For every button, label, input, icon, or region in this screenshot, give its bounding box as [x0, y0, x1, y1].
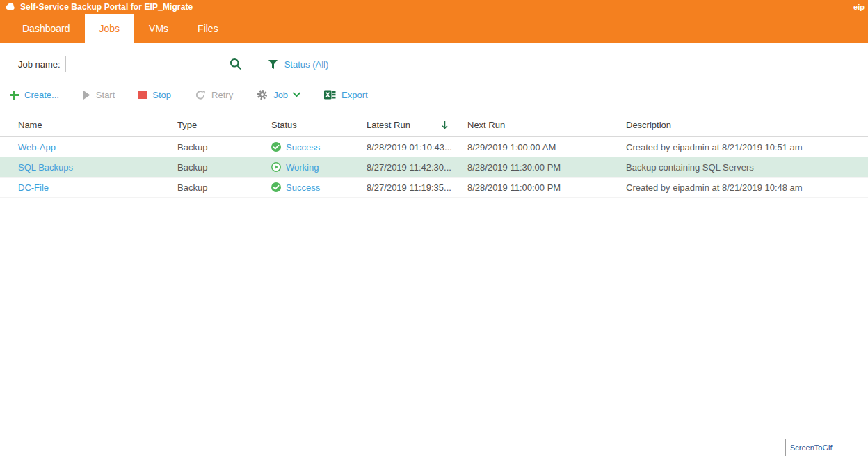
tab-jobs-label: Jobs	[99, 23, 120, 34]
latest-run-cell: 8/27/2019 11:19:35...	[367, 182, 467, 193]
success-icon	[271, 142, 281, 152]
description-cell: Created by eipadmin at 8/21/2019 10:51 a…	[626, 142, 868, 152]
tab-vms-label: VMs	[149, 23, 168, 34]
job-type-cell: Backup	[177, 182, 271, 193]
title-bar: Self-Service Backup Portal for EIP_Migra…	[0, 0, 868, 14]
search-icon	[230, 58, 242, 70]
filter-icon	[268, 60, 278, 69]
next-run-cell: 8/29/2019 1:00:00 AM	[467, 142, 626, 152]
stop-button[interactable]: Stop	[138, 90, 171, 100]
next-run-cell: 8/28/2019 11:00:00 PM	[467, 182, 626, 193]
column-header-latest-run[interactable]: Latest Run	[367, 120, 467, 130]
job-name-label: Job name:	[18, 59, 61, 70]
stop-button-label: Stop	[152, 90, 171, 100]
column-header-type[interactable]: Type	[177, 120, 271, 130]
retry-button[interactable]: Retry	[195, 90, 233, 100]
sort-descending-icon	[442, 121, 448, 129]
job-status-label: Success	[286, 182, 320, 193]
job-status-link[interactable]: Success	[271, 142, 367, 152]
status-filter-label: Status (All)	[284, 59, 329, 70]
export-button[interactable]: Export	[324, 90, 368, 100]
tab-files[interactable]: Files	[183, 14, 233, 43]
description-cell: Backup containing SQL Servers	[626, 162, 868, 173]
screen-recorder-overlay[interactable]: ScreenToGif	[785, 439, 868, 456]
job-status-label: Success	[286, 142, 320, 152]
logged-in-user: eip	[853, 3, 865, 11]
start-button[interactable]: Start	[83, 90, 115, 100]
description-cell: Created by eipadmin at 8/21/2019 10:48 a…	[626, 182, 868, 193]
filter-bar: Job name: Status (All)	[0, 43, 868, 73]
search-button[interactable]	[230, 58, 242, 70]
job-name-input[interactable]	[65, 56, 223, 72]
job-name-link[interactable]: Web-App	[18, 142, 177, 152]
table-header-row: Name Type Status Latest Run Next Run Des…	[0, 113, 868, 137]
latest-run-cell: 8/27/2019 11:42:30...	[367, 162, 467, 173]
latest-run-cell: 8/28/2019 01:10:43...	[367, 142, 467, 152]
table-row[interactable]: Web-App Backup Success 8/28/2019 01:10:4…	[0, 137, 868, 157]
column-header-name[interactable]: Name	[18, 120, 177, 130]
table-row-selected[interactable]: SQL Backups Backup Working 8/27/2019 11:…	[0, 157, 868, 178]
start-button-label: Start	[96, 90, 115, 100]
jobs-table: Name Type Status Latest Run Next Run Des…	[0, 113, 868, 198]
cloud-icon	[4, 3, 16, 11]
column-header-next-run[interactable]: Next Run	[467, 120, 626, 130]
tab-files-label: Files	[198, 23, 218, 34]
retry-button-label: Retry	[211, 90, 233, 100]
job-name-link[interactable]: DC-File	[18, 182, 177, 193]
status-filter[interactable]: Status (All)	[268, 59, 329, 70]
page-title: Self-Service Backup Portal for EIP_Migra…	[20, 2, 193, 12]
screen-recorder-label: ScreenToGif	[790, 443, 833, 452]
column-header-description[interactable]: Description	[626, 120, 868, 130]
chevron-down-icon	[293, 92, 300, 97]
play-icon	[83, 91, 90, 100]
job-status-label: Working	[286, 162, 319, 173]
success-icon	[271, 182, 281, 192]
tab-vms[interactable]: VMs	[134, 14, 183, 43]
create-button[interactable]: Create...	[10, 90, 59, 100]
create-button-label: Create...	[24, 90, 59, 100]
tab-bar: Dashboard Jobs VMs Files	[0, 14, 868, 43]
gear-icon	[257, 89, 268, 100]
job-type-cell: Backup	[177, 142, 271, 152]
jobs-toolbar: Create... Start Stop Retry	[0, 73, 868, 102]
export-button-label: Export	[341, 90, 368, 100]
table-row[interactable]: DC-File Backup Success 8/27/2019 11:19:3…	[0, 178, 868, 198]
self-service-backup-portal: Self-Service Backup Portal for EIP_Migra…	[0, 0, 868, 456]
job-menu-button[interactable]: Job	[257, 89, 300, 100]
job-menu-label: Job	[273, 90, 288, 100]
stop-icon	[138, 91, 147, 99]
retry-icon	[195, 90, 206, 100]
working-icon	[271, 162, 281, 172]
job-name-link[interactable]: SQL Backups	[18, 162, 177, 173]
column-header-latest-run-label: Latest Run	[367, 120, 410, 130]
tab-jobs[interactable]: Jobs	[85, 14, 135, 43]
plus-icon	[10, 91, 19, 100]
job-status-link[interactable]: Success	[271, 182, 367, 193]
excel-icon	[324, 90, 336, 100]
tab-dashboard[interactable]: Dashboard	[8, 14, 85, 43]
job-status-link[interactable]: Working	[271, 162, 367, 173]
job-type-cell: Backup	[177, 162, 271, 173]
column-header-status[interactable]: Status	[271, 120, 367, 130]
tab-dashboard-label: Dashboard	[22, 23, 70, 34]
next-run-cell: 8/28/2019 11:30:00 PM	[467, 162, 626, 173]
